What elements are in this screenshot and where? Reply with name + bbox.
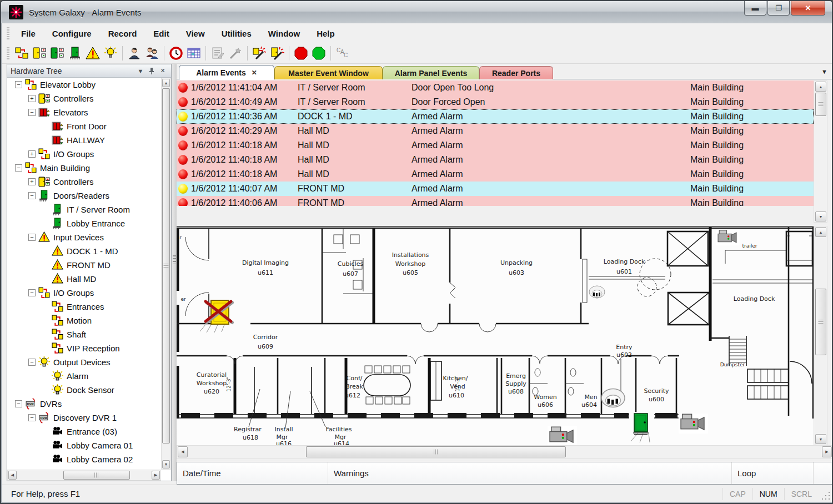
- event-row[interactable]: 1/6/2012 11:40:18 AMHall MDArmed AlarmMa…: [177, 138, 814, 153]
- doors-icon[interactable]: [66, 45, 84, 62]
- tree-item-elevator-lobby[interactable]: −Elevator Lobby: [7, 78, 161, 92]
- menu-window[interactable]: Window: [260, 25, 308, 42]
- collapse-icon[interactable]: −: [28, 234, 36, 241]
- collapse-icon[interactable]: −: [28, 289, 36, 296]
- tree-item-motion[interactable]: Motion: [7, 314, 161, 327]
- start-polling-icon[interactable]: [310, 45, 328, 62]
- tree-item-vip-reception[interactable]: VIP Reception: [7, 341, 161, 355]
- menu-utilities[interactable]: Utilities: [213, 25, 260, 42]
- tree-item-shaft[interactable]: Shaft: [7, 327, 161, 341]
- event-row[interactable]: 1/6/2012 11:40:49 AMIT / Server RoomDoor…: [177, 95, 814, 109]
- tree-item-controllers[interactable]: +Controllers: [7, 175, 161, 189]
- tree-item-output-devices[interactable]: −Output Devices: [7, 355, 161, 369]
- reports-disabled-icon[interactable]: [209, 45, 227, 62]
- tab-close-icon[interactable]: ✕: [252, 69, 257, 77]
- expand-icon[interactable]: +: [28, 178, 36, 185]
- event-row[interactable]: 1/6/2012 11:40:36 AMDOCK 1 - MDArmed Ala…: [177, 109, 814, 124]
- minimize-button[interactable]: ▬: [744, 1, 766, 16]
- tree-vertical-scrollbar[interactable]: ▲ ▼: [161, 78, 171, 470]
- col-date-time[interactable]: Date/Time: [177, 462, 328, 484]
- floorplan-vertical-scrollbar[interactable]: ▲ ▼: [814, 226, 827, 445]
- pin-icon[interactable]: [147, 67, 157, 75]
- toolbar-grip[interactable]: [7, 47, 9, 59]
- menu-edit[interactable]: Edit: [145, 25, 177, 42]
- tree-item-lobby-entrance[interactable]: Lobby Entrance: [7, 216, 161, 230]
- tree-item-entrance-03[interactable]: Entrance (03): [7, 425, 161, 439]
- col-warnings[interactable]: Warnings: [328, 462, 732, 484]
- badge-disabled-icon[interactable]: [227, 45, 244, 62]
- cac-icon[interactable]: CAC: [334, 45, 352, 62]
- menu-file[interactable]: File: [13, 25, 44, 42]
- panel-splitter[interactable]: [172, 64, 177, 481]
- event-row[interactable]: 1/6/2012 11:40:06 AMFRONT MDArmed AlarmM…: [177, 196, 814, 206]
- secure-door-icon[interactable]: [633, 414, 649, 435]
- tree-item-doors-readers[interactable]: −Doors/Readers: [7, 189, 161, 203]
- event-row[interactable]: 1/6/2012 11:40:18 AMHall MDArmed AlarmMa…: [177, 153, 814, 167]
- output-devices-icon[interactable]: [102, 45, 119, 62]
- tab-alarm-events[interactable]: Alarm Events ✕: [179, 65, 274, 80]
- tree-item-hallway[interactable]: HALLWAY: [7, 133, 161, 147]
- time-schedules-icon[interactable]: [167, 45, 185, 62]
- close-panel-icon[interactable]: ✕: [158, 67, 168, 75]
- expand-icon[interactable]: +: [28, 150, 36, 158]
- menubar-grip[interactable]: [7, 27, 9, 39]
- tab-overflow-button[interactable]: ▼: [821, 68, 827, 75]
- menu-view[interactable]: View: [178, 25, 213, 42]
- camera-icon[interactable]: [548, 426, 577, 445]
- event-row[interactable]: 1/6/2012 11:40:29 AMHall MDArmed AlarmMa…: [177, 124, 814, 138]
- hardware-loops-icon[interactable]: [13, 45, 31, 62]
- collapse-icon[interactable]: −: [28, 192, 36, 199]
- tree-item-it-server-room[interactable]: IT / Server Room: [7, 203, 161, 216]
- tree-item-elevators[interactable]: −Elevators: [7, 105, 161, 119]
- tree-item-i-o-groups[interactable]: −I/O Groups: [7, 286, 161, 300]
- alarm-door-icon[interactable]: [205, 300, 232, 324]
- door-wizard-icon[interactable]: [268, 45, 286, 62]
- tree-item-front-md[interactable]: FRONT MD: [7, 258, 161, 272]
- collapse-icon[interactable]: −: [28, 359, 36, 366]
- floorplan-view[interactable]: Digital Imaging u611 Cubicles u607 Insta…: [177, 226, 814, 445]
- tab-alarm-panel-events[interactable]: Alarm Panel Events: [383, 66, 479, 79]
- tree-item-hall-md[interactable]: Hall MD: [7, 272, 161, 286]
- controllers-icon[interactable]: [31, 45, 48, 62]
- event-row[interactable]: 1/6/2012 11:40:07 AMFRONT MDArmed AlarmM…: [177, 182, 814, 196]
- tree-item-input-devices[interactable]: −Input Devices: [7, 230, 161, 244]
- menu-record[interactable]: Record: [100, 25, 145, 42]
- tree-item-dock-sensor[interactable]: Dock Sensor: [7, 383, 161, 397]
- tree-item-main-building[interactable]: −Main Building: [7, 161, 161, 175]
- collapse-icon[interactable]: −: [15, 81, 22, 88]
- tree-item-dvrs[interactable]: −DVRDVRs: [7, 397, 161, 411]
- floorplan-horizontal-scrollbar[interactable]: ◀ ▶: [177, 445, 833, 459]
- collapse-icon[interactable]: −: [28, 414, 36, 421]
- readers-icon[interactable]: [48, 45, 66, 62]
- menu-help[interactable]: Help: [308, 25, 343, 42]
- tree-item-lobby-camera-02[interactable]: Lobby Camera 02: [7, 452, 161, 466]
- stop-polling-icon[interactable]: [292, 45, 310, 62]
- loop-wizard-icon[interactable]: [250, 45, 268, 62]
- cardholders-icon[interactable]: [126, 45, 143, 62]
- expand-icon[interactable]: +: [28, 95, 36, 102]
- title-bar[interactable]: System Galaxy - Alarm Events ▬ ❐ ✕: [1, 1, 832, 23]
- event-row[interactable]: 1/6/2012 11:41:04 AMIT / Server RoomDoor…: [177, 80, 814, 95]
- tree-item-i-o-groups[interactable]: +I/O Groups: [7, 147, 161, 161]
- tree-item-dock-1-md[interactable]: DOCK 1 - MD: [7, 244, 161, 258]
- operators-icon[interactable]: [143, 45, 161, 62]
- tab-master-event-window[interactable]: Master Event Window: [274, 66, 383, 79]
- holidays-icon[interactable]: [185, 45, 203, 62]
- tree-item-alarm[interactable]: Alarm: [7, 369, 161, 383]
- event-table-scrollbar[interactable]: ▲ ▼: [814, 80, 827, 223]
- collapse-icon[interactable]: −: [28, 109, 36, 116]
- tab-reader-ports[interactable]: Reader Ports: [479, 66, 553, 79]
- collapse-icon[interactable]: −: [15, 164, 22, 172]
- tree-item-controllers[interactable]: +Controllers: [7, 92, 161, 105]
- tree-item-entrances[interactable]: Entrances: [7, 300, 161, 314]
- close-button[interactable]: ✕: [791, 1, 825, 16]
- event-row[interactable]: 1/6/2012 11:40:18 AMHall MDArmed AlarmMa…: [177, 167, 814, 182]
- tree-item-discovery-dvr-1[interactable]: −DVRDiscovery DVR 1: [7, 411, 161, 425]
- tree-item-front-door[interactable]: Front Door: [7, 119, 161, 133]
- collapse-icon[interactable]: −: [15, 400, 22, 407]
- camera-icon[interactable]: [679, 414, 708, 434]
- restore-button[interactable]: ❐: [767, 1, 790, 16]
- smoke-detector-icon[interactable]: [601, 389, 625, 407]
- resize-grip[interactable]: [822, 492, 831, 501]
- tree-item-lobby-camera-01[interactable]: Lobby Camera 01: [7, 439, 161, 452]
